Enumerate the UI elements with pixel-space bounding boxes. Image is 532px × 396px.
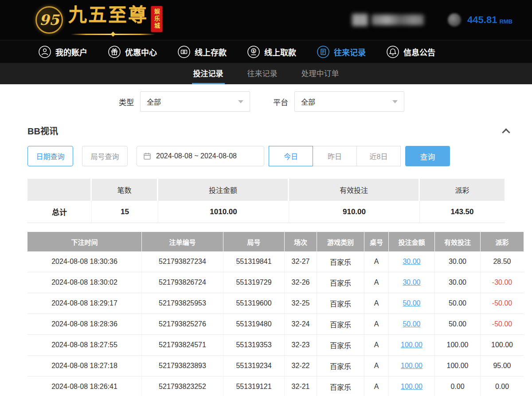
bet-records-table: 下注时间 注单编号 局号 场次 游戏类别 桌号 投注金额 有效投注 派彩 202… <box>27 232 524 396</box>
tab-bet-records[interactable]: 投注记录 <box>192 63 225 84</box>
bet-amount-link[interactable]: 50.00 <box>403 320 420 328</box>
cell-bet-amount: 30.00 <box>389 251 435 272</box>
cell-valid-bet: 50.00 <box>435 314 481 334</box>
calendar-icon <box>143 152 151 160</box>
cell-session: 32-24 <box>285 314 317 334</box>
cell-round-no: 551319729 <box>223 272 285 293</box>
table-row: 2024-08-08 18:27:18 521793823893 5513192… <box>27 356 524 376</box>
wallet-icon[interactable] <box>448 13 461 27</box>
table-row: 2024-08-08 18:30:36 521793827234 5513198… <box>27 251 524 272</box>
nav-item-label: 线上存款 <box>195 46 227 58</box>
cell-round-no: 551319353 <box>223 335 285 355</box>
search-button[interactable]: 查询 <box>405 146 450 166</box>
nav-item-transaction-records[interactable]: 往来记录 <box>317 45 366 59</box>
cell-valid-bet: 30.00 <box>435 272 481 293</box>
cell-payout: 95.00 <box>481 356 524 376</box>
nav-item-label: 往来记录 <box>334 46 366 58</box>
table-row: 2024-08-08 18:30:02 521793826724 5513197… <box>27 272 524 293</box>
bet-amount-link[interactable]: 30.00 <box>403 258 420 266</box>
cell-bet-time: 2024-08-08 18:28:36 <box>27 314 142 334</box>
cell-valid-bet: 50.00 <box>435 293 481 314</box>
date-range-input[interactable]: 2024-08-08 ~ 2024-08-08 <box>137 146 264 166</box>
bell-icon <box>386 45 399 59</box>
col-header-valid-bet: 有效投注 <box>435 232 481 251</box>
section-header: BB视讯 <box>27 124 509 137</box>
nav-item-announcements[interactable]: 信息公告 <box>386 45 435 59</box>
user-avatar[interactable] <box>352 14 368 26</box>
section-title: BB视讯 <box>27 124 58 137</box>
cell-payout: 28.50 <box>481 251 524 272</box>
cell-bet-id: 521793826724 <box>142 272 223 293</box>
nav-item-online-withdraw[interactable]: $ 线上取款 <box>247 45 296 59</box>
table-row: 2024-08-08 18:26:41 521793823252 5513191… <box>27 376 524 396</box>
platform-select[interactable]: 全部 <box>294 91 404 112</box>
nav-item-label: 我的账户 <box>55 46 87 58</box>
cell-table-no: A <box>364 293 389 314</box>
summary-payout-value: 143.50 <box>420 201 505 223</box>
bet-amount-link[interactable]: 50.00 <box>403 299 420 307</box>
col-header-bet-time: 下注时间 <box>27 232 142 251</box>
cell-table-no: A <box>364 356 389 376</box>
tab-label: 处理中订单 <box>301 67 339 78</box>
cell-table-no: A <box>364 376 389 396</box>
cell-valid-bet: 100.00 <box>435 356 481 376</box>
type-filter-label: 类型 <box>119 96 134 107</box>
platform-filter-label: 平台 <box>273 96 288 107</box>
table-row: 2024-08-08 18:29:17 521793825953 5513196… <box>27 293 524 314</box>
cell-session: 32-23 <box>285 335 317 355</box>
cell-round-no: 551319480 <box>223 314 285 334</box>
nav-item-online-deposit[interactable]: 线上存款 <box>177 45 227 59</box>
bet-amount-link[interactable]: 100.00 <box>401 362 422 370</box>
records-icon <box>317 45 330 59</box>
cell-valid-bet: 0.00 <box>435 376 481 396</box>
summary-bet-amount-value: 1010.00 <box>158 201 289 223</box>
quick-date-group: 今日 昨日 近8日 <box>269 146 401 166</box>
cell-table-no: A <box>364 251 389 272</box>
cell-bet-time: 2024-08-08 18:29:17 <box>27 293 142 314</box>
cell-bet-id: 521793825953 <box>142 293 223 314</box>
today-button[interactable]: 今日 <box>269 146 313 166</box>
bet-amount-link[interactable]: 30.00 <box>403 278 420 286</box>
balance-currency: RMB <box>499 18 512 25</box>
summary-header-count: 笔数 <box>92 179 158 201</box>
bet-amount-link[interactable]: 100.00 <box>401 341 422 349</box>
cell-game-type: 百家乐 <box>317 251 364 272</box>
summary-header-payout: 派彩 <box>420 179 505 201</box>
cell-table-no: A <box>364 314 389 334</box>
cell-bet-amount: 100.00 <box>389 335 435 355</box>
brand-logo[interactable]: 95 九五至尊 娱乐城 <box>35 5 163 35</box>
cell-round-no: 551319234 <box>223 356 285 376</box>
last-8-days-button[interactable]: 近8日 <box>356 146 401 166</box>
chevron-up-icon[interactable] <box>502 129 510 137</box>
tab-transaction-records[interactable]: 往来记录 <box>246 63 279 84</box>
round-query-button[interactable]: 局号查询 <box>82 146 128 166</box>
cell-bet-amount: 50.00 <box>389 293 435 314</box>
platform-select-value: 全部 <box>301 96 315 107</box>
cell-bet-id: 521793825276 <box>142 314 223 334</box>
date-query-button[interactable]: 日期查询 <box>27 146 73 166</box>
cell-bet-time: 2024-08-08 18:30:36 <box>27 251 142 272</box>
yesterday-button[interactable]: 昨日 <box>313 146 357 166</box>
cell-session: 32-22 <box>285 356 317 376</box>
cell-payout: 0.00 <box>481 376 524 396</box>
type-select[interactable]: 全部 <box>140 91 250 112</box>
user-area: 445.81 RMB <box>352 13 512 27</box>
cell-bet-amount: 50.00 <box>389 314 435 334</box>
svg-text:$: $ <box>252 49 254 53</box>
col-header-bet-id: 注单编号 <box>142 232 223 251</box>
col-header-game-type: 游戏类别 <box>317 232 364 251</box>
chevron-down-icon <box>238 100 243 103</box>
nav-item-my-account[interactable]: 我的账户 <box>38 45 87 59</box>
cell-session: 32-26 <box>285 272 317 293</box>
cell-payout: -50.00 <box>481 314 524 334</box>
tab-processing-orders[interactable]: 处理中订单 <box>300 63 340 84</box>
withdraw-icon: $ <box>247 45 260 59</box>
cell-payout: -30.00 <box>481 272 524 293</box>
col-header-session: 场次 <box>285 232 317 251</box>
cell-bet-amount: 100.00 <box>389 376 435 396</box>
nav-item-promotions[interactable]: 优惠中心 <box>108 45 157 59</box>
top-header: 95 九五至尊 娱乐城 445.81 RMB <box>0 0 532 40</box>
chevron-down-icon <box>392 100 398 103</box>
bet-amount-link[interactable]: 100.00 <box>401 383 422 391</box>
balance-amount: 445.81 <box>467 14 497 26</box>
